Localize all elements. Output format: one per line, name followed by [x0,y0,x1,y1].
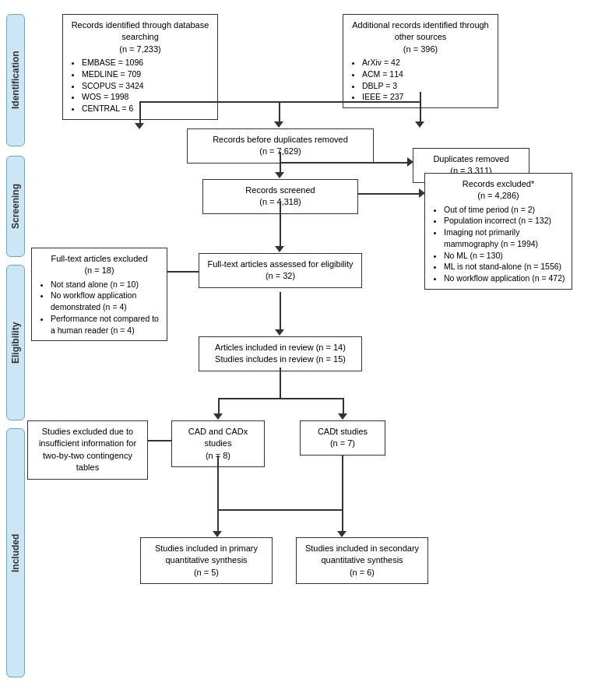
fulltext-assessed-text: Full-text articles assessed for eligibil… [206,259,355,270]
line-screened-right [358,193,420,195]
primary-n: (n = 5) [147,567,266,579]
line-src-down [420,92,421,123]
arrow-cadt-down [338,413,347,420]
box-secondary-synthesis: Studies included in secondary quantitati… [296,537,428,584]
line-primary-down [217,509,219,533]
line-screened-down [280,201,281,248]
arrow-secondary-down [337,531,347,537]
line-secondary-down [342,509,343,533]
arrow-assessed-down [275,329,284,336]
excl-noml: No ML (n = 130) [444,250,565,262]
arrow-screened-down [275,246,284,252]
primary-text: Studies included in primary quantitative… [147,543,266,567]
excl-performance: Performance not compared to a human read… [51,313,160,336]
other-sources-n: (n = 396) [350,44,491,55]
secondary-n: (n = 6) [303,567,421,579]
insufficient-text: Studies excluded due to insufficient inf… [34,426,141,474]
secondary-text: Studies included in secondary quantitati… [303,543,421,567]
src-acm: ACM = 114 [362,69,491,80]
dup-removed-text: Duplicates removed [420,153,522,165]
excl-imaging: Imaging not primarily mammography (n = 1… [444,227,565,249]
articles-line2: Studies includes in review (n = 15) [206,354,355,365]
arrow-center-down [274,121,283,128]
fulltext-excl-n: (n = 18) [38,265,160,276]
excl-workflow: No workflow application (n = 472) [444,273,565,284]
line-cad-down [218,398,220,415]
src-arxiv: ArXiv = 42 [362,57,491,69]
articles-line1: Articles included in review (n = 14) [206,342,355,354]
cadt-text: CADt studies [307,426,378,438]
db-medline: MEDLINE = 709 [82,69,211,80]
box-articles-included: Articles included in review (n = 14) Stu… [199,336,362,371]
cadt-n: (n = 7) [307,438,378,449]
screening-label: Screening [6,156,25,257]
arrow-src-down [415,121,424,128]
other-sources-title: Additional records identified through ot… [350,19,491,44]
line-cad-to-primary-v [217,456,219,510]
excl-time: Out of time period (n = 2) [444,204,565,216]
box-excluded-insufficient: Studies excluded due to insufficient inf… [27,420,148,480]
box-primary-synthesis: Studies included in primary quantitative… [140,537,273,584]
excl-notstandalone: Not stand alone (n = 10) [51,279,160,290]
db-central: CENTRAL = 6 [82,103,211,114]
line-articles-down [280,368,281,399]
line-assessed-down [280,292,281,331]
line-db-down [139,101,141,125]
identification-label: Identification [6,14,25,146]
line-center-down [279,101,280,123]
excl-population: Population incorrect (n = 132) [444,215,565,227]
db-scopus: SCOPUS = 3424 [82,80,211,92]
excl-noworkflow: No workflow application demonstrated (n … [51,290,160,312]
rec-excl-title: Records excluded* [431,178,565,190]
included-label: Included [6,428,25,677]
arrow-db-down [135,123,144,129]
arrow-to-screened [275,172,284,178]
flowchart: Identification Screening Eligibility Inc… [0,0,591,16]
rec-excl-n: (n = 4,286) [431,190,565,202]
eligibility-label: Eligibility [6,265,25,420]
line-cadt-to-secondary-v [342,456,343,510]
cad-text: CAD and CADx studies [178,426,258,450]
db-searching-title: Records identified through database sear… [69,19,211,44]
line-dup-right [280,162,409,164]
db-embase: EMBASE = 1096 [82,57,211,69]
screened-text: Records screened [209,185,351,196]
excl-standalone: ML is not stand-alone (n = 1556) [444,261,565,273]
db-searching-n: (n = 7,233) [69,44,211,55]
box-fulltext-assessed: Full-text articles assessed for eligibil… [199,253,362,288]
fulltext-excl-title: Full-text articles excluded [38,253,160,265]
fulltext-assessed-n: (n = 32) [206,270,355,282]
before-dup-text: Records before duplicates removed [194,134,367,146]
line-cadt-down [343,398,344,415]
line-merge-h [217,509,343,511]
src-dblp: DBLP = 3 [362,80,491,92]
arrow-primary-down [213,531,222,537]
line-split-h [218,398,343,399]
arrow-cad-down [213,413,223,420]
box-cadt: CADt studies (n = 7) [300,420,385,456]
box-records-excluded: Records excluded* (n = 4,286) Out of tim… [424,173,572,290]
box-fulltext-excluded: Full-text articles excluded (n = 18) Not… [31,248,167,341]
